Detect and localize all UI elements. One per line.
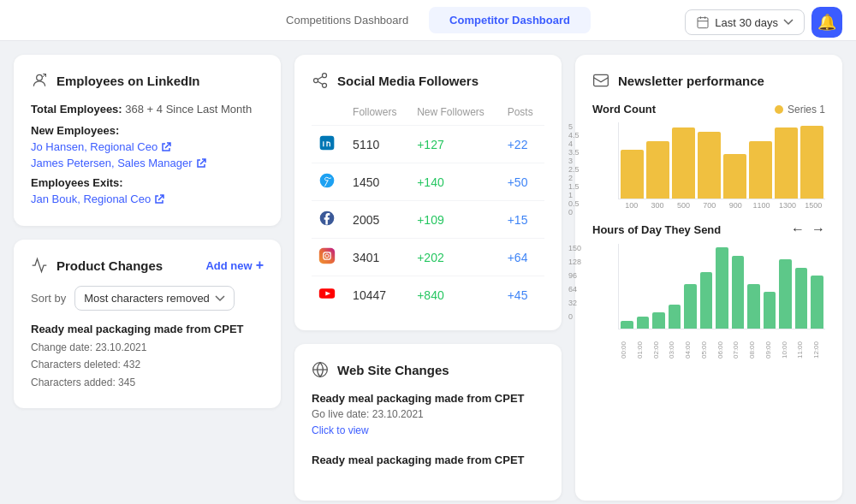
sort-select[interactable]: Most characters removed Most characters …: [74, 286, 235, 311]
website-item-1-link[interactable]: Click to view: [312, 424, 369, 436]
newsletter-card: Newsletter performance Word Count Series…: [575, 55, 842, 501]
linkedin-icon: [312, 126, 346, 163]
nav-arrows: ← →: [791, 222, 825, 237]
social-row-linkedin: 5110 +127 +22: [312, 126, 544, 163]
add-new-button[interactable]: Add new +: [205, 258, 264, 273]
hours-bar: [747, 284, 760, 329]
col-right: Newsletter performance Word Count Series…: [575, 55, 842, 501]
employee-link-1[interactable]: Jo Hansen, Regional Ceo: [31, 140, 264, 153]
product-changes-title: Product Changes: [31, 257, 163, 274]
product-name: Ready meal packaging made from CPET: [31, 323, 264, 335]
twitter-icon: [312, 163, 346, 201]
total-employees-row: Total Employees: 368 + 4 Since Last Mont…: [31, 103, 264, 116]
twitter-posts: +50: [501, 163, 544, 201]
instagram-followers: 3401: [346, 239, 410, 276]
linkedin-followers: 5110: [346, 126, 410, 163]
svg-line-6: [318, 76, 323, 79]
hours-bar: [811, 276, 823, 329]
social-table: Followers New Followers Posts 5110 +127 …: [312, 103, 544, 313]
next-arrow-button[interactable]: →: [811, 222, 825, 237]
word-count-bar: [775, 127, 798, 199]
hours-label: Hours of Day They Send: [592, 223, 721, 236]
word-count-x-labels: 100300500700900110013001500: [618, 201, 825, 210]
svg-point-13: [330, 252, 331, 253]
hours-bar: [732, 256, 745, 329]
word-count-bar: [646, 141, 669, 199]
website-changes-card: Web Site Changes Ready meal packaging ma…: [294, 344, 562, 501]
newsletter-title: Newsletter performance: [592, 72, 825, 89]
svg-point-4: [323, 83, 327, 87]
website-item-1-date: Go live date: 23.10.2021: [312, 408, 544, 420]
sort-label: Sort by: [31, 292, 66, 305]
word-count-y-labels: 5 4.5 4 3.5 3 2.5 2 1.5 1 0.5 0: [568, 122, 580, 199]
word-count-header: Word Count Series 1: [592, 103, 825, 116]
product-item: Ready meal packaging made from CPET Chan…: [31, 323, 264, 391]
hours-x-labels: 00:0001:0002:0003:0004:0005:0006:0007:00…: [618, 335, 825, 365]
svg-rect-18: [594, 74, 609, 86]
top-nav: Competitions Dashboard Competitor Dashbo…: [0, 0, 856, 41]
hours-bar: [795, 268, 808, 329]
hours-bar: [637, 317, 650, 329]
facebook-new-followers: +109: [410, 201, 501, 239]
col-new-followers: New Followers: [410, 103, 501, 126]
svg-point-2: [323, 74, 327, 78]
series-badge: Series 1: [775, 104, 825, 116]
hours-y-labels: 150 128 96 64 32 0: [568, 244, 581, 321]
linkedin-card-title: Employees on LinkedIn: [31, 72, 264, 89]
col-left: Employees on LinkedIn Total Employees: 3…: [14, 55, 281, 501]
svg-point-3: [314, 79, 318, 83]
newsletter-icon: [592, 72, 609, 89]
youtube-new-followers: +840: [410, 276, 501, 314]
chevron-down-icon: [783, 19, 794, 26]
website-item-2-title: Ready meal packaging made from CPET: [312, 454, 544, 466]
word-count-bar: [749, 141, 772, 199]
svg-rect-10: [319, 248, 335, 264]
hours-chart-wrapper: 150 128 96 64 32 0 00:0001:0002:0003:000…: [592, 244, 825, 365]
date-filter[interactable]: Last 30 days: [685, 9, 805, 35]
product-meta: Change date: 23.10.2021 Characters delet…: [31, 339, 264, 391]
hours-bar: [684, 284, 697, 329]
social-row-twitter: 1450 +140 +50: [312, 163, 544, 201]
website-item-1-title: Ready meal packaging made from CPET: [312, 392, 544, 405]
instagram-new-followers: +202: [410, 239, 501, 276]
linkedin-section-icon: [31, 72, 48, 89]
exits-label: Employees Exits:: [31, 176, 264, 189]
instagram-posts: +64: [501, 239, 544, 276]
series-dot: [775, 105, 783, 114]
word-count-bar: [800, 126, 823, 199]
notification-icon: 🔔: [817, 13, 836, 32]
facebook-posts: +15: [501, 201, 544, 239]
youtube-icon: [312, 276, 346, 314]
external-link-icon-3: [154, 194, 164, 205]
prev-arrow-button[interactable]: ←: [791, 222, 805, 237]
website-changes-title: Web Site Changes: [312, 361, 544, 378]
word-count-bar-chart: [618, 122, 825, 199]
tab-competitions[interactable]: Competitions Dashboard: [265, 7, 429, 33]
word-count-bar: [672, 127, 695, 199]
col-platform: [312, 103, 346, 126]
notification-button[interactable]: 🔔: [811, 7, 842, 38]
linkedin-card: Employees on LinkedIn Total Employees: 3…: [14, 55, 281, 226]
facebook-icon: [312, 201, 346, 239]
linkedin-posts: +22: [501, 126, 544, 163]
hours-bar: [652, 312, 665, 329]
tab-competitor[interactable]: Competitor Dashboard: [429, 7, 591, 33]
product-changes-header: Product Changes Add new +: [31, 257, 264, 274]
twitter-followers: 1450: [346, 163, 410, 201]
youtube-followers: 10447: [346, 276, 410, 314]
social-media-card: Social Media Followers Followers New Fol…: [294, 55, 562, 330]
website-item-2: Ready meal packaging made from CPET: [312, 454, 544, 466]
main-grid: Employees on LinkedIn Total Employees: 3…: [0, 41, 856, 504]
nav-right: Last 30 days 🔔: [685, 7, 842, 38]
exit-link-1[interactable]: Jan Bouk, Regional Ceo: [31, 193, 264, 205]
employee-link-2[interactable]: James Petersen, Sales Manager: [31, 157, 264, 169]
social-row-youtube: 10447 +840 +45: [312, 276, 544, 314]
youtube-posts: +45: [501, 276, 544, 314]
word-count-bar: [698, 132, 721, 199]
hours-bar: [764, 292, 776, 329]
new-employees-label: New Employees:: [31, 124, 264, 137]
calendar-icon: [696, 15, 710, 29]
website-icon: [312, 361, 329, 378]
word-count-bar: [723, 154, 746, 199]
word-count-bar: [621, 150, 644, 199]
